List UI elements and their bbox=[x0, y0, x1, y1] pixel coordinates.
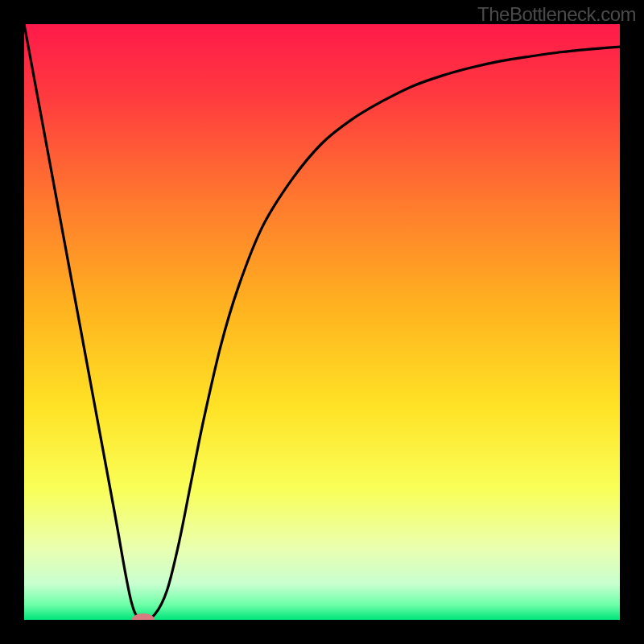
watermark-text: TheBottleneck.com bbox=[477, 3, 636, 26]
chart-svg bbox=[24, 24, 620, 620]
gradient-background bbox=[24, 24, 620, 620]
chart-plot-area bbox=[24, 24, 620, 620]
chart-frame: TheBottleneck.com bbox=[0, 0, 644, 644]
